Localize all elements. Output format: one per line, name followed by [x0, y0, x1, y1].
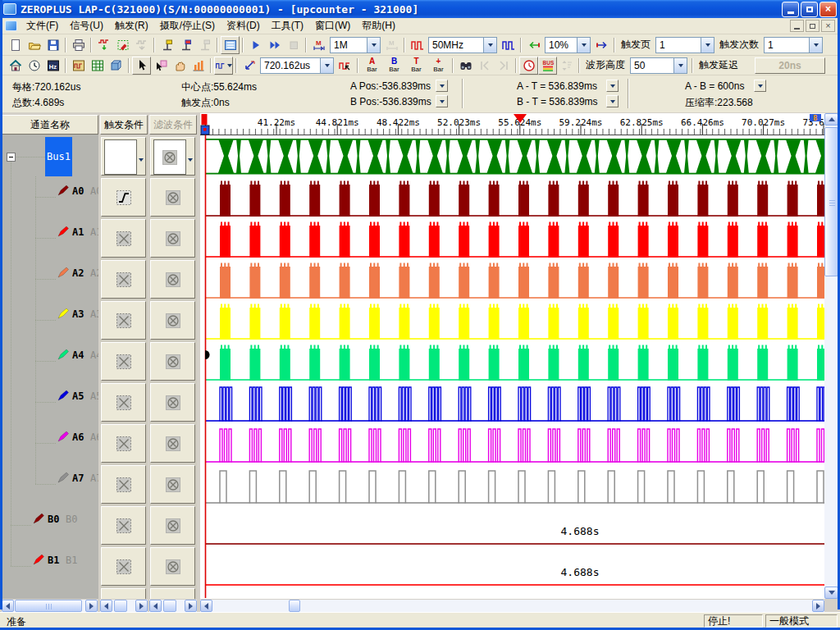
name-panel-hscrollbar[interactable]	[2, 600, 98, 612]
open-file-button[interactable]	[25, 36, 43, 54]
capture-setup-button[interactable]	[94, 36, 113, 54]
menu-item-5[interactable]: 工具(T)	[266, 17, 309, 34]
pointer-select-button[interactable]	[151, 57, 170, 75]
home-button[interactable]	[6, 57, 25, 75]
channel-label[interactable]: A0	[72, 185, 84, 197]
display-ratio-dropdown-button[interactable]	[577, 38, 590, 52]
bus-trigger-button[interactable]	[221, 36, 240, 54]
compress-left-button[interactable]	[524, 36, 543, 54]
channel-row-A7[interactable]: A7A7	[2, 464, 98, 504]
channel-row-A2[interactable]: A2A2	[2, 259, 98, 299]
scroll-left-button[interactable]	[149, 600, 162, 612]
trigger-count-combo[interactable]: 1	[764, 37, 823, 53]
channel-label[interactable]: B0	[48, 514, 59, 525]
filter-cell-A3[interactable]	[150, 301, 195, 340]
channel-label[interactable]: B1	[48, 555, 59, 566]
b-t-dropdown[interactable]	[606, 95, 619, 107]
trigger-cell-A7[interactable]	[101, 465, 146, 504]
capture-edit-button[interactable]	[113, 36, 132, 54]
t-bar-button[interactable]: TBar	[405, 56, 427, 75]
close-button[interactable]: ×	[819, 2, 837, 17]
tree-collapse-button[interactable]	[7, 153, 16, 162]
channel-row-A4[interactable]: A4A4	[2, 341, 98, 381]
stop-button[interactable]	[284, 36, 303, 54]
capture-off-button[interactable]	[132, 36, 151, 54]
trigger-mark-red-button[interactable]	[176, 36, 195, 54]
menu-item-2[interactable]: 触发(R)	[109, 17, 154, 34]
wave-window-button[interactable]	[69, 57, 88, 75]
scroll-thumb[interactable]	[289, 600, 300, 612]
trigger-col-hscrollbar[interactable]	[100, 600, 148, 612]
b-pos-dropdown[interactable]	[436, 95, 448, 107]
run-continuous-button[interactable]	[265, 36, 284, 54]
hand-button[interactable]	[170, 57, 189, 75]
clock-red-button[interactable]	[519, 57, 538, 75]
filter-cell-B1[interactable]	[150, 547, 195, 586]
channel-row-B1[interactable]: B1B1	[2, 546, 98, 586]
time-div-combo[interactable]: 720.162us	[260, 57, 334, 74]
bus-node[interactable]: Bus1	[45, 137, 72, 176]
trigger-combo-box[interactable]	[104, 139, 137, 175]
channel-row-B0[interactable]: B0B0	[2, 505, 98, 545]
wave-height-dropdown-button[interactable]	[673, 58, 687, 73]
sample-depth-dropdown-button[interactable]	[367, 38, 380, 52]
pen-icon[interactable]	[57, 348, 70, 363]
mdi-restore-button[interactable]	[806, 20, 819, 32]
filter-cell-A7[interactable]	[150, 465, 195, 504]
menu-item-3[interactable]: 摄取/停止(S)	[154, 17, 221, 34]
sample-depth-combo[interactable]: 1M	[330, 37, 381, 53]
scroll-thumb[interactable]	[15, 600, 82, 612]
trigger-cell-A2[interactable]	[101, 260, 146, 299]
combo-arrow-icon[interactable]	[139, 158, 144, 164]
pen-icon[interactable]	[57, 184, 70, 199]
channel-label[interactable]: A4	[72, 349, 84, 361]
prev-button[interactable]	[475, 57, 494, 75]
filter-cell-A5[interactable]	[150, 383, 195, 422]
scroll-right-button[interactable]	[812, 600, 824, 612]
channel-row-A0[interactable]: A0A0	[2, 177, 98, 217]
trigger-mark-off-button[interactable]	[195, 36, 214, 54]
pen-icon[interactable]	[57, 266, 70, 281]
scroll-thumb[interactable]	[163, 600, 176, 612]
scroll-left-button[interactable]	[100, 600, 112, 612]
pen-icon[interactable]	[33, 512, 45, 527]
trigger-cell-A3[interactable]	[101, 301, 146, 340]
scroll-thumb[interactable]	[824, 127, 838, 276]
waveform-vscrollbar[interactable]	[824, 113, 838, 599]
plus-bar-button[interactable]: +Bar	[427, 56, 450, 75]
menu-item-7[interactable]: 帮助(H)	[356, 17, 401, 34]
scroll-thumb[interactable]	[114, 600, 127, 612]
channel-row-A5[interactable]: A5A5	[2, 382, 98, 422]
zoom-fit-button[interactable]	[240, 57, 258, 75]
save-file-button[interactable]	[43, 36, 62, 54]
grid-window-button[interactable]	[88, 57, 107, 75]
waveform-hscrollbar[interactable]	[200, 600, 824, 612]
channel-label[interactable]: A3	[72, 308, 84, 320]
wave-height-combo[interactable]: 50	[630, 57, 687, 74]
trigger-cell-A1[interactable]	[101, 219, 146, 258]
cube-3d-button[interactable]	[107, 57, 126, 75]
scroll-up-button[interactable]	[824, 113, 838, 126]
scroll-down-button[interactable]	[824, 587, 838, 599]
display-ratio-combo[interactable]: 10%	[545, 37, 591, 53]
pen-icon[interactable]	[33, 553, 45, 568]
filter-cell-B0[interactable]	[150, 506, 195, 545]
filter-cell-extra[interactable]	[150, 588, 195, 599]
channel-row-A6[interactable]: A6A6	[2, 423, 98, 463]
channel-label[interactable]: A7	[72, 472, 84, 484]
trigger-cell-B0[interactable]	[101, 506, 146, 545]
next-button[interactable]	[494, 57, 513, 75]
scroll-right-button[interactable]	[185, 600, 197, 612]
memory-prev-button[interactable]: M	[309, 36, 328, 54]
scroll-left-button[interactable]	[200, 600, 212, 612]
trigger-cell-A5[interactable]	[101, 383, 146, 422]
wave-blue-button[interactable]	[499, 36, 518, 54]
trigger-cell-A4[interactable]	[101, 342, 146, 381]
minimize-button[interactable]	[782, 2, 799, 17]
wave-cursor-button[interactable]	[336, 57, 354, 75]
frequency-button[interactable]: Hz	[43, 57, 62, 75]
menu-item-1[interactable]: 信号(U)	[64, 17, 109, 34]
clock-button[interactable]	[25, 57, 43, 75]
print-button[interactable]	[69, 36, 88, 54]
memory-next-button[interactable]: M	[382, 36, 401, 54]
